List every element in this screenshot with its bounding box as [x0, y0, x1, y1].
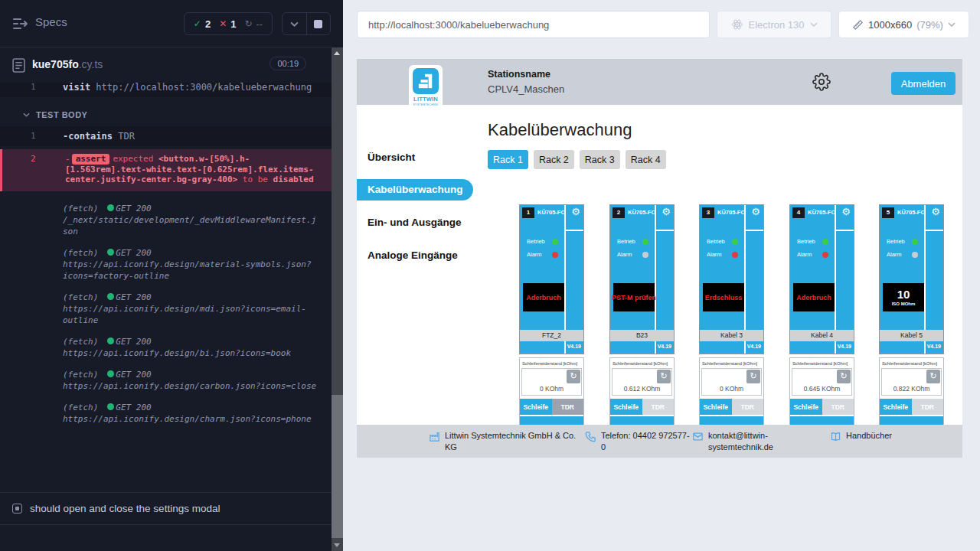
card-gear-icon[interactable]: ⚙	[751, 206, 760, 217]
card-buttons: Schleife TDR	[520, 399, 583, 415]
scroll-up-icon[interactable]	[334, 51, 340, 55]
refresh-button[interactable]: ↻	[657, 370, 671, 383]
refresh-button[interactable]: ↻	[837, 370, 851, 383]
green-led-icon	[822, 239, 828, 245]
scroll-down-icon[interactable]	[334, 543, 340, 547]
footer-phone: Telefon: 04402 972577-0	[585, 430, 691, 453]
loop-value-box: ↻ 0.612 KOhm	[612, 368, 672, 396]
card-gear-icon[interactable]: ⚙	[571, 206, 580, 217]
pending-test-row[interactable]: should open and close the settings modal	[0, 492, 332, 525]
tdr-button-disabled[interactable]: TDR	[912, 399, 944, 415]
gray-led-icon	[642, 252, 648, 258]
status-ok-icon	[107, 293, 114, 300]
schleife-button[interactable]: Schleife	[700, 399, 732, 415]
x-icon: ✕	[219, 18, 227, 29]
card-gear-icon[interactable]: ⚙	[931, 206, 940, 217]
tab-rack-2[interactable]: Rack 2	[534, 150, 574, 169]
schleife-button[interactable]: Schleife	[610, 399, 642, 415]
stop-icon	[314, 20, 322, 28]
schleife-button[interactable]: Schleife	[880, 399, 912, 415]
email-icon	[692, 431, 704, 442]
settings-gear-icon[interactable]	[812, 73, 831, 93]
refresh-button[interactable]: ↻	[567, 370, 580, 383]
spec-file-name: kue705fo.cy.ts	[32, 58, 103, 70]
fetch-url: https://api.iconify.design/carbon.json?i…	[63, 380, 319, 392]
betrieb-led: Betrieb	[527, 238, 558, 245]
command-visit[interactable]: 1 visit http://localhost:3000/kabelueber…	[0, 83, 332, 97]
browser-select[interactable]: Electron 130	[717, 11, 831, 38]
alarm-led: Alarm	[887, 251, 918, 258]
tdr-button-disabled[interactable]: TDR	[822, 399, 854, 415]
spec-file-row[interactable]: kue705fo.cy.ts 00:19	[0, 48, 332, 83]
tdr-button-disabled[interactable]: TDR	[732, 399, 764, 415]
tab-rack-1[interactable]: Rack 1	[488, 150, 528, 169]
fetch-entry[interactable]: (fetch)GET 200 https://api.iconify.desig…	[0, 247, 319, 282]
footer-manuals[interactable]: Handbücher	[830, 430, 892, 442]
stop-button[interactable]	[306, 13, 331, 34]
cable-label: Kabel 4	[790, 330, 854, 341]
loop-panel: Schleifenwiderstand [kOhm] ↻ 0.822 KOhm …	[879, 357, 944, 434]
card-gear-icon[interactable]: ⚙	[662, 206, 671, 217]
betrieb-led: Betrieb	[797, 238, 828, 245]
rack-card-5: 5 KÜ705-FO ⚙ Betrieb Alarm 10 ISO MOhm K…	[879, 204, 944, 434]
card-gear-icon[interactable]: ⚙	[841, 206, 851, 217]
fetch-url: https://api.iconify.design/material-symb…	[63, 259, 319, 282]
specs-menu-icon[interactable]	[12, 17, 29, 31]
cable-label: Kabel 3	[700, 330, 763, 341]
assert-message: -assertexpected <button.w-[50%].h-[1.563…	[65, 154, 322, 185]
fetch-entry[interactable]: (fetch)GET 200 https://api.iconify.desig…	[0, 369, 319, 392]
fetch-entry[interactable]: (fetch)GET 200 https://api.iconify.desig…	[0, 402, 319, 425]
app-viewport: Stationsname CPLV4_Maschen Abmelden	[357, 59, 962, 458]
sidebar-item-kabelueberwachung[interactable]: Kabelüberwachung	[357, 179, 473, 201]
schleife-button[interactable]: Schleife	[790, 399, 822, 415]
reporter-scrollbar[interactable]	[332, 47, 343, 551]
refresh-button[interactable]: ↻	[746, 370, 760, 383]
command-contains[interactable]: 1 -contains TDR	[0, 126, 332, 146]
sidebar-item-analoge-eingaenge[interactable]: Analoge Eingänge	[368, 249, 458, 261]
chevron-down-icon	[810, 22, 818, 27]
card-number: 4	[792, 207, 805, 218]
loop-resistance-label: Schleifenwiderstand [kOhm]	[612, 361, 674, 366]
test-body-section[interactable]: TEST BODY	[0, 110, 332, 119]
tab-rack-4[interactable]: Rack 4	[626, 150, 666, 169]
specs-label[interactable]: Specs	[35, 15, 67, 28]
failed-assert[interactable]: 2 -assertexpected <button.w-[50%].h-[1.5…	[0, 149, 332, 191]
spec-duration: 00:19	[270, 57, 306, 70]
viewport-size-select[interactable]: 1000x660 (79%)	[838, 11, 969, 38]
viewport-size: 1000x660	[868, 19, 912, 31]
fetch-entry[interactable]: (fetch)GET 200 https://api.iconify.desig…	[0, 292, 319, 326]
schleife-button[interactable]: Schleife	[520, 399, 552, 415]
factory-icon	[429, 431, 440, 442]
loop-panel: Schleifenwiderstand [kOhm] ↻ 0.612 KOhm …	[609, 357, 675, 434]
loop-value-box: ↻ 0 KOhm	[701, 368, 762, 396]
loop-value-box: ↻ 0.822 KOhm	[881, 368, 942, 396]
tdr-button-disabled[interactable]: TDR	[642, 399, 675, 415]
status-display: Aderbruch	[793, 283, 835, 311]
page-title: Kabelüberwachung	[488, 120, 632, 140]
url-input[interactable]	[357, 11, 710, 38]
status-ok-icon	[107, 249, 114, 256]
loop-resistance-label: Schleifenwiderstand [kOhm]	[792, 361, 854, 366]
fetch-entry[interactable]: (fetch)GET 200 /_next/static/development…	[0, 203, 319, 237]
chevron-down-icon	[948, 22, 956, 27]
logout-button[interactable]: Abmelden	[891, 72, 956, 95]
sidebar-item-ein-und-ausgaenge[interactable]: Ein- und Ausgänge	[368, 217, 462, 228]
reporter-controls	[282, 12, 331, 35]
fetch-entry[interactable]: (fetch)GET 200 https://api.iconify.desig…	[0, 336, 319, 359]
loop-value: 0.822 KOhm	[882, 385, 941, 393]
card-module: 3 KÜ705-FO ⚙ Betrieb Alarm Erdschluss Ka…	[699, 204, 764, 354]
sidebar-item-uebersicht[interactable]: Übersicht	[368, 152, 415, 163]
tab-rack-3[interactable]: Rack 3	[580, 150, 620, 169]
collapse-button[interactable]	[283, 13, 306, 34]
firmware-version: V4.19	[567, 344, 581, 349]
station-name: CPLV4_Maschen	[488, 83, 564, 95]
ruler-icon	[852, 19, 864, 31]
scrollbar-thumb[interactable]	[332, 395, 343, 538]
card-number: 5	[882, 207, 894, 218]
refresh-button[interactable]: ↻	[926, 370, 940, 383]
station-label: Stationsname	[488, 69, 550, 80]
status-display: PST-M prüfen	[613, 283, 655, 311]
green-led-icon	[912, 239, 918, 245]
tdr-button[interactable]: TDR	[552, 399, 584, 415]
alarm-led: Alarm	[617, 251, 648, 258]
